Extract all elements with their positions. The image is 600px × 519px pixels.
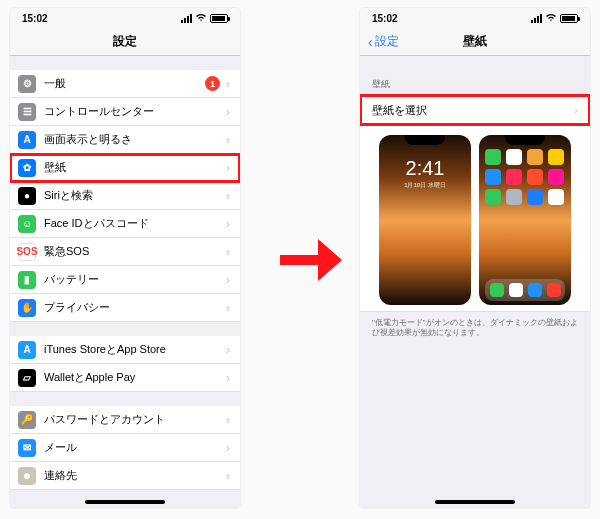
battery-icon bbox=[560, 14, 578, 23]
row-label: 画面表示と明るさ bbox=[44, 132, 226, 147]
privacy-icon: ✋ bbox=[18, 299, 36, 317]
passwords-accounts-icon: 🔑 bbox=[18, 411, 36, 429]
row-passwords-accounts[interactable]: 🔑パスワードとアカウント› bbox=[10, 406, 240, 434]
battery-icon: ▮ bbox=[18, 271, 36, 289]
notification-badge: 1 bbox=[205, 76, 220, 91]
cellular-icon bbox=[181, 14, 192, 23]
status-indicators bbox=[531, 12, 578, 24]
row-label: Face IDとパスコード bbox=[44, 216, 226, 231]
home-indicator bbox=[435, 500, 515, 504]
settings-phone: 15:02 設定 ⚙一般1›☰コントロールセンター›A画面表示と明るさ›✿壁紙›… bbox=[10, 8, 240, 508]
row-general[interactable]: ⚙一般1› bbox=[10, 70, 240, 98]
row-emergency-sos[interactable]: SOS緊急SOS› bbox=[10, 238, 240, 266]
chevron-right-icon: › bbox=[226, 105, 230, 119]
emergency-sos-icon: SOS bbox=[18, 243, 36, 261]
navbar: 設定 bbox=[10, 28, 240, 56]
chevron-right-icon: › bbox=[226, 189, 230, 203]
app-icon bbox=[485, 149, 501, 165]
wallet-applepay-icon: ▱ bbox=[18, 369, 36, 387]
choose-wallpaper-row[interactable]: 壁紙を選択 › bbox=[360, 95, 590, 125]
general-icon: ⚙ bbox=[18, 75, 36, 93]
app-icon bbox=[485, 189, 501, 205]
wifi-icon bbox=[195, 12, 207, 24]
display-brightness-icon: A bbox=[18, 131, 36, 149]
row-label: 緊急SOS bbox=[44, 244, 226, 259]
itunes-appstore-icon: A bbox=[18, 341, 36, 359]
wallpaper-previews: 2:41 1月10日 水曜日 bbox=[360, 125, 590, 311]
app-icon bbox=[506, 189, 522, 205]
row-wallpaper[interactable]: ✿壁紙› bbox=[10, 154, 240, 182]
arrow-right-icon bbox=[280, 245, 340, 275]
row-itunes-appstore[interactable]: AiTunes StoreとApp Store› bbox=[10, 336, 240, 364]
row-battery[interactable]: ▮バッテリー› bbox=[10, 266, 240, 294]
row-label: プライバシー bbox=[44, 300, 226, 315]
row-label: iTunes StoreとApp Store bbox=[44, 342, 226, 357]
row-display-brightness[interactable]: A画面表示と明るさ› bbox=[10, 126, 240, 154]
mail-icon: ✉ bbox=[18, 439, 36, 457]
row-faceid-passcode[interactable]: ☺Face IDとパスコード› bbox=[10, 210, 240, 238]
row-siri-search[interactable]: ●Siriと検索› bbox=[10, 182, 240, 210]
row-label: 連絡先 bbox=[44, 468, 226, 483]
chevron-right-icon: › bbox=[226, 371, 230, 385]
back-button[interactable]: ‹ 設定 bbox=[368, 33, 399, 50]
preview-date: 1月10日 水曜日 bbox=[379, 181, 471, 190]
app-icon bbox=[506, 169, 522, 185]
app-icon bbox=[548, 189, 564, 205]
chevron-right-icon: › bbox=[226, 441, 230, 455]
app-icon bbox=[548, 169, 564, 185]
lock-screen-preview[interactable]: 2:41 1月10日 水曜日 bbox=[379, 135, 471, 305]
page-title: 壁紙 bbox=[463, 33, 487, 50]
app-icon bbox=[485, 169, 501, 185]
dock-app-icon bbox=[547, 283, 561, 297]
chevron-right-icon: › bbox=[226, 245, 230, 259]
app-icon bbox=[548, 149, 564, 165]
row-label: パスワードとアカウント bbox=[44, 412, 226, 427]
status-bar: 15:02 bbox=[360, 8, 590, 28]
dock-app-icon bbox=[509, 283, 523, 297]
wifi-icon bbox=[545, 12, 557, 24]
chevron-right-icon: › bbox=[226, 77, 230, 91]
row-control-center[interactable]: ☰コントロールセンター› bbox=[10, 98, 240, 126]
chevron-right-icon: › bbox=[226, 413, 230, 427]
row-label: メール bbox=[44, 440, 226, 455]
app-icon bbox=[527, 169, 543, 185]
contacts-icon: ☻ bbox=[18, 467, 36, 485]
choose-wallpaper-label: 壁紙を選択 bbox=[372, 103, 427, 118]
row-label: 一般 bbox=[44, 76, 205, 91]
status-indicators bbox=[181, 12, 228, 24]
row-contacts[interactable]: ☻連絡先› bbox=[10, 462, 240, 490]
chevron-right-icon: › bbox=[226, 133, 230, 147]
chevron-right-icon: › bbox=[226, 217, 230, 231]
dock-app-icon bbox=[490, 283, 504, 297]
chevron-right-icon: › bbox=[574, 104, 578, 116]
page-title: 設定 bbox=[113, 33, 137, 50]
chevron-right-icon: › bbox=[226, 469, 230, 483]
chevron-left-icon: ‹ bbox=[368, 35, 373, 49]
back-label: 設定 bbox=[375, 33, 399, 50]
battery-icon bbox=[210, 14, 228, 23]
app-icon bbox=[527, 149, 543, 165]
notch-icon bbox=[405, 135, 445, 145]
row-label: バッテリー bbox=[44, 272, 226, 287]
status-time: 15:02 bbox=[372, 13, 398, 24]
app-icon bbox=[527, 189, 543, 205]
row-privacy[interactable]: ✋プライバシー› bbox=[10, 294, 240, 322]
navbar: ‹ 設定 壁紙 bbox=[360, 28, 590, 56]
section-header: 壁紙 bbox=[360, 56, 590, 95]
settings-list[interactable]: ⚙一般1›☰コントロールセンター›A画面表示と明るさ›✿壁紙›●Siriと検索›… bbox=[10, 56, 240, 490]
chevron-right-icon: › bbox=[226, 273, 230, 287]
row-wallet-applepay[interactable]: ▱WalletとApple Pay› bbox=[10, 364, 240, 392]
status-bar: 15:02 bbox=[10, 8, 240, 28]
chevron-right-icon: › bbox=[226, 161, 230, 175]
app-icon bbox=[506, 149, 522, 165]
row-mail[interactable]: ✉メール› bbox=[10, 434, 240, 462]
preview-clock: 2:41 bbox=[379, 157, 471, 180]
siri-search-icon: ● bbox=[18, 187, 36, 205]
home-indicator bbox=[85, 500, 165, 504]
chevron-right-icon: › bbox=[226, 343, 230, 357]
dock bbox=[485, 279, 565, 301]
home-screen-preview[interactable] bbox=[479, 135, 571, 305]
faceid-passcode-icon: ☺ bbox=[18, 215, 36, 233]
row-label: WalletとApple Pay bbox=[44, 370, 226, 385]
row-label: 壁紙 bbox=[44, 160, 226, 175]
